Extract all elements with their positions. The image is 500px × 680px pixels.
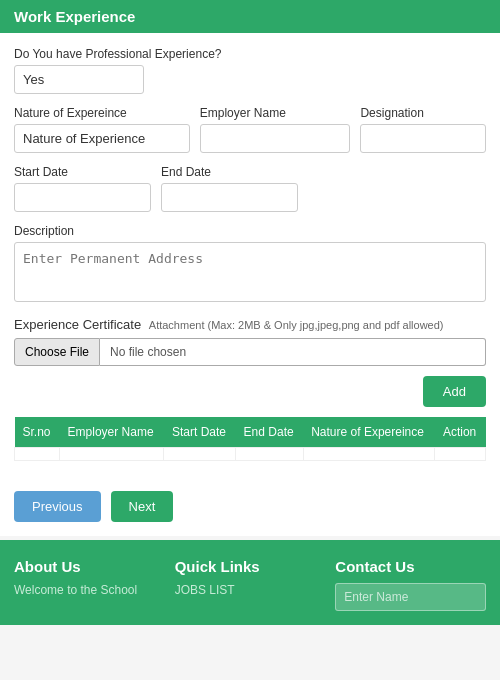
table-row — [15, 448, 486, 461]
col-srno: Sr.no — [15, 417, 60, 448]
footer-contact-input[interactable] — [335, 583, 486, 611]
col-nature: Nature of Expereince — [303, 417, 435, 448]
section-header: Work Experience — [0, 0, 500, 33]
footer-quick-links-title: Quick Links — [175, 558, 326, 575]
nav-button-row: Previous Next — [0, 485, 500, 536]
table-header-row: Sr.no Employer Name Start Date End Date … — [15, 417, 486, 448]
previous-button[interactable]: Previous — [14, 491, 101, 522]
description-label: Description — [14, 224, 486, 238]
footer-quick-links: Quick Links JOBS LIST — [175, 558, 326, 611]
employer-name-group: Employer Name — [200, 106, 351, 153]
professional-experience-select[interactable]: Yes — [14, 65, 144, 94]
footer-about: About Us Welcome to the School — [14, 558, 165, 611]
footer-about-title: About Us — [14, 558, 165, 575]
nature-of-experience-group: Nature of Expereince — [14, 106, 190, 153]
date-spacer — [308, 165, 486, 212]
footer-about-text: Welcome to the School — [14, 583, 165, 597]
employer-name-input[interactable] — [200, 124, 351, 153]
col-employer: Employer Name — [60, 417, 164, 448]
file-input-row: Choose File No file chosen — [14, 338, 486, 366]
experience-row-1: Nature of Expereince Employer Name Desig… — [14, 106, 486, 153]
footer: About Us Welcome to the School Quick Lin… — [0, 540, 500, 625]
nature-of-experience-input[interactable] — [14, 124, 190, 153]
designation-group: Designation — [360, 106, 486, 153]
certificate-label-row: Experience Certificate Attachment (Max: … — [14, 317, 486, 332]
start-date-label: Start Date — [14, 165, 151, 179]
col-start-date: Start Date — [164, 417, 236, 448]
designation-input[interactable] — [360, 124, 486, 153]
footer-link-jobs[interactable]: JOBS LIST — [175, 583, 326, 597]
end-date-input[interactable] — [161, 183, 298, 212]
designation-label: Designation — [360, 106, 486, 120]
employer-name-label: Employer Name — [200, 106, 351, 120]
col-action: Action — [435, 417, 486, 448]
end-date-label: End Date — [161, 165, 298, 179]
col-end-date: End Date — [236, 417, 304, 448]
next-button[interactable]: Next — [111, 491, 174, 522]
section-title: Work Experience — [14, 8, 135, 25]
no-file-label: No file chosen — [100, 338, 486, 366]
experience-table: Sr.no Employer Name Start Date End Date … — [14, 417, 486, 461]
start-date-group: Start Date — [14, 165, 151, 212]
description-group: Description — [14, 224, 486, 305]
professional-experience-group: Do You have Professional Experience? Yes — [14, 47, 486, 94]
date-row: Start Date End Date — [14, 165, 486, 212]
start-date-input[interactable] — [14, 183, 151, 212]
form-area: Do You have Professional Experience? Yes… — [0, 33, 500, 485]
footer-contact-title: Contact Us — [335, 558, 486, 575]
choose-file-button[interactable]: Choose File — [14, 338, 100, 366]
certificate-sub-label: Attachment (Max: 2MB & Only jpg,jpeg,png… — [149, 319, 444, 331]
add-button[interactable]: Add — [423, 376, 486, 407]
nature-of-experience-label: Nature of Expereince — [14, 106, 190, 120]
add-button-row: Add — [14, 376, 486, 407]
description-textarea[interactable] — [14, 242, 486, 302]
footer-contact: Contact Us — [335, 558, 486, 611]
certificate-main-label: Experience Certificate — [14, 317, 141, 332]
professional-experience-label: Do You have Professional Experience? — [14, 47, 486, 61]
end-date-group: End Date — [161, 165, 298, 212]
